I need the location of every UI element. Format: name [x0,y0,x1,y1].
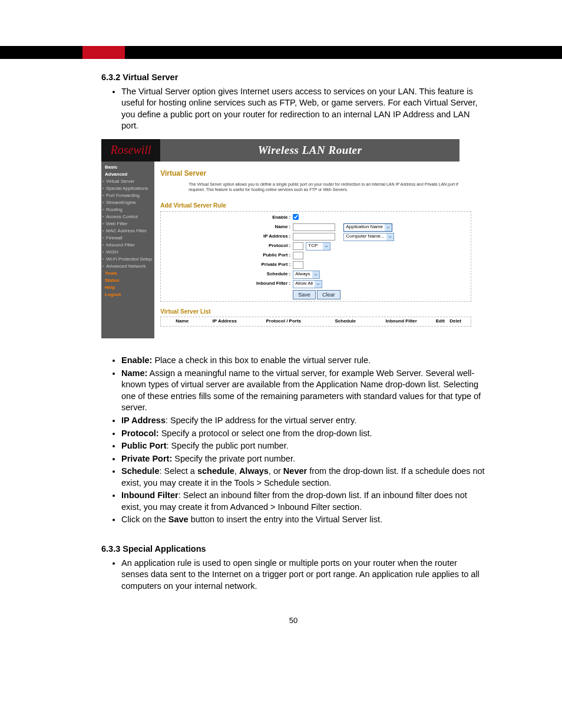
label-name: Name : [161,224,293,230]
list-heading: Virtual Server List [160,308,474,316]
def-name: Name: Assign a meaningful name to the vi… [121,368,485,414]
page-number: 50 [101,615,485,626]
accent-red-segment [82,46,125,59]
vs-list-table: Name IP Address Protocol / Ports Schedul… [160,317,471,327]
nav-routing[interactable]: Routing [101,206,154,213]
col-ports: Protocol / Ports [248,318,319,325]
col-edit: Edit [431,318,449,325]
brand-logo: Rosewill [101,139,160,162]
ip-field[interactable] [293,233,335,241]
page-title: Virtual Server [160,169,474,178]
chevron-down-icon [315,281,322,288]
schedule-select[interactable]: Always [293,271,319,279]
nav-access-control[interactable]: Access Control [101,213,154,220]
computer-name-select[interactable]: Computer Name... [343,233,394,241]
col-delete: Delet [449,318,468,325]
label-schedule: Schedule : [161,271,293,278]
protocol-select[interactable]: TCP [306,242,330,251]
def-ip: IP Address: Specify the IP address for t… [121,415,485,427]
name-field[interactable] [293,223,335,231]
chevron-down-icon [386,233,394,241]
router-screenshot: Rosewill Wireless LAN Router Basic Advan… [101,139,459,338]
nav-firewall[interactable]: Firewall [101,235,154,242]
nav-tools[interactable]: Tools [101,270,154,277]
nav-adv-network[interactable]: Advanced Network [101,263,154,270]
section-632-heading: 6.3.2 Virtual Server [101,72,485,84]
section-632-intro: The Virtual Server option gives Internet… [121,86,485,132]
router-title: Wireless LAN Router [160,139,459,162]
col-schedule: Schedule [319,318,372,325]
chevron-down-icon [312,271,319,278]
nav-port-forwarding[interactable]: Port Forwarding [101,192,154,199]
col-name: Name [163,318,201,325]
def-inbound-filter: Inbound Filter: Select an inbound filter… [121,490,485,513]
inbound-select[interactable]: Allow All [293,280,322,288]
save-button[interactable]: Save [293,290,316,299]
def-private-port: Private Port: Specify the private port n… [121,453,485,465]
nav-wish[interactable]: WISH [101,249,154,256]
nav-help[interactable]: Help [101,284,154,291]
router-main: Virtual Server The Virtual Server option… [154,162,474,338]
nav-web-filter[interactable]: Web Filter [101,220,154,228]
public-port-field[interactable] [293,252,303,259]
label-enable: Enable : [161,215,293,221]
nav-logout[interactable]: Logout [101,291,154,298]
enable-checkbox[interactable] [293,214,299,220]
def-schedule: Schedule: Select a schedule, Always, or … [121,466,485,489]
col-ip: IP Address [201,318,248,325]
chevron-down-icon [323,243,330,250]
label-ip: IP Address : [161,233,293,240]
app-name-select[interactable]: Application Name [343,223,392,232]
nav-inbound-filter[interactable]: Inbound Filter [101,242,154,249]
clear-button[interactable]: Clear [317,290,340,299]
nav-status[interactable]: Status [101,277,154,284]
add-rule-heading: Add Virtual Server Rule [160,202,474,210]
router-nav: Basic Advanced Virtual Server Special Ap… [101,162,154,338]
nav-mac-filter[interactable]: MAC Address Filter [101,228,154,235]
section-633-intro: An application rule is used to open sing… [121,558,485,592]
nav-virtual-server[interactable]: Virtual Server [101,178,154,185]
label-private-port: Private Port : [161,262,293,268]
page-desc: The Virtual Server option allows you to … [160,180,474,196]
def-public-port: Public Port: Specify the public port num… [121,440,485,452]
chevron-down-icon [385,224,392,231]
def-protocol: Protocol: Specify a protocol or select o… [121,428,485,440]
label-public-port: Public Port : [161,252,293,259]
private-port-field[interactable] [293,261,303,269]
label-protocol: Protocol : [161,243,293,249]
add-rule-form: Enable : Name : Application Name [160,211,471,302]
protocol-num-field[interactable] [293,242,303,250]
def-save: Click on the Save button to insert the e… [121,514,485,526]
nav-special-apps[interactable]: Special Applications [101,185,154,192]
section-633-heading: 6.3.3 Special Applications [101,543,485,555]
definitions-list: Enable: Place a check in this box to ena… [101,355,485,526]
nav-stream-engine[interactable]: StreamEngine [101,199,154,206]
label-inbound: Inbound Filter : [161,281,293,287]
nav-wps[interactable]: Wi-Fi Protected Setup [101,256,154,263]
def-enable: Enable: Place a check in this box to ena… [121,355,485,367]
nav-basic[interactable]: Basic [101,164,154,171]
nav-advanced[interactable]: Advanced [101,171,154,178]
top-accent-bar [0,46,562,59]
col-inbound: Inbound Filter [372,318,431,325]
